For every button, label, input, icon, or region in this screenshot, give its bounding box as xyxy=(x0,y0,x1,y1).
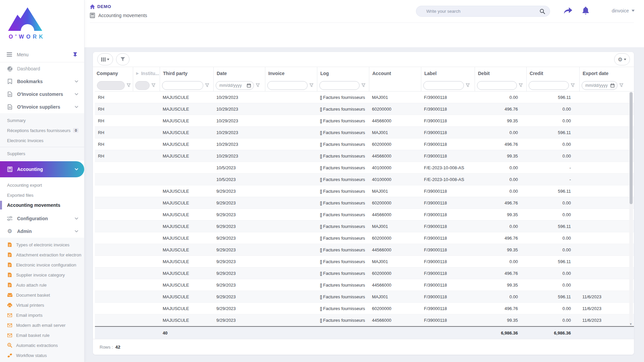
funnel-icon[interactable] xyxy=(127,83,130,87)
column-header-institu[interactable]: ▶Institu... xyxy=(133,67,160,79)
sidebar-item-auto-attach-rule[interactable]: Auto attach rule xyxy=(0,280,84,290)
column-header-debit[interactable]: Debit xyxy=(475,67,526,79)
sidebar-item-r-ceptions-factures-fournisseurs[interactable]: Réceptions factures fournisseurs0 xyxy=(0,125,84,135)
table-row[interactable]: MAJUSCULE9/29/2023[]Factures fournisseur… xyxy=(95,279,634,291)
filter-button[interactable] xyxy=(116,53,129,65)
sidebar-item-accounting-movements[interactable]: Accounting movements xyxy=(0,200,84,210)
table-row[interactable]: MAJUSCULE9/29/2023[]Factures fournisseur… xyxy=(95,232,634,244)
vertical-scrollbar[interactable]: ▼ xyxy=(629,92,633,326)
funnel-icon[interactable] xyxy=(362,83,365,87)
grid-settings-button[interactable]: ⚙ xyxy=(614,53,630,65)
calendar-icon[interactable] xyxy=(247,83,251,87)
funnel-icon[interactable] xyxy=(256,83,260,87)
sidebar-item-types-of-electronic-invoices[interactable]: Types of electronic invoices xyxy=(0,240,84,250)
sidebar-item-dashboard[interactable]: Dashboard xyxy=(0,62,84,75)
column-header-export-date[interactable]: Export date xyxy=(579,67,630,79)
chevron-down-icon xyxy=(75,218,78,220)
column-header-account[interactable]: Account xyxy=(369,67,421,79)
cell-log: []Factures fournisseurs xyxy=(317,318,369,323)
pin-icon[interactable] xyxy=(73,52,77,57)
filter-input-credit[interactable] xyxy=(529,81,569,90)
sidebar-item-workflow-status[interactable]: Workflow status xyxy=(0,350,84,360)
filter-input-third-party[interactable] xyxy=(162,81,203,90)
sidebar-item-suppliers[interactable]: Suppliers xyxy=(0,148,84,159)
sidebar-item-attachment-extraction-for-electron[interactable]: Attachment extraction for electron xyxy=(0,250,84,260)
table-row[interactable]: MAJUSCULE9/29/2023[]Factures fournisseur… xyxy=(95,256,634,267)
sidebar-menu-toggle[interactable]: Menu xyxy=(0,47,84,62)
sidebar-item-admin[interactable]: ⚙Admin xyxy=(0,225,84,238)
column-header-log[interactable]: Log xyxy=(317,67,369,79)
sidebar-item-accounting[interactable]: Accounting xyxy=(0,161,84,177)
filter-input-log[interactable] xyxy=(319,81,360,90)
table-row[interactable]: MAJUSCULE9/29/2023[]Factures fournisseur… xyxy=(95,221,634,232)
table-row[interactable]: RHMAJUSCULE10/29/2023[]Factures fourniss… xyxy=(95,150,634,162)
funnel-icon[interactable] xyxy=(152,83,155,87)
table-row[interactable]: MAJUSCULE9/29/2023[]Factures fournisseur… xyxy=(95,185,634,197)
sidebar-item-o-invoice-customers[interactable]: O'Invoice customers xyxy=(0,88,84,101)
brand-logo[interactable]: O'WORK xyxy=(0,0,84,47)
notifications-bell-icon[interactable] xyxy=(582,7,589,15)
sidebar-item-summary[interactable]: Summary xyxy=(0,115,84,125)
filter-date-date[interactable]: mm/dd/yyyy xyxy=(216,81,254,90)
sidebar-item-automatic-extractions[interactable]: Automatic extractions xyxy=(0,340,84,350)
funnel-icon[interactable] xyxy=(571,83,575,87)
sidebar-item-electronic-invoice-configuration[interactable]: Electronic invoice configuration xyxy=(0,260,84,270)
table-row[interactable]: MAJUSCULE9/29/2023[]Factures fournisseur… xyxy=(95,314,634,326)
column-header-credit[interactable]: Credit xyxy=(526,67,579,79)
filter-date-export-date[interactable]: mm/dd/yyyy xyxy=(582,81,618,90)
filter-input-debit[interactable] xyxy=(477,81,517,90)
table-row[interactable]: RHMAJUSCULE10/29/2023[]Factures fourniss… xyxy=(95,103,634,115)
table-row[interactable]: MAJUSCULE9/29/2023[]Factures fournisseur… xyxy=(95,267,634,279)
table-row[interactable]: MAJUSCULE9/29/2023[]Factures fournisseur… xyxy=(95,244,634,256)
table-row[interactable]: 10/5/2023[]Factures fournisseurs40100000… xyxy=(95,162,634,174)
table-row[interactable]: RHMAJUSCULE10/29/2023[]Factures fourniss… xyxy=(95,115,634,127)
sidebar-item-o-invoice-suppliers[interactable]: O'Invoice suppliers xyxy=(0,101,84,113)
columns-button[interactable] xyxy=(97,53,113,65)
filter-input-label[interactable] xyxy=(423,81,464,90)
funnel-icon[interactable] xyxy=(205,83,209,87)
sidebar-submenu: Types of electronic invoicesAttachment e… xyxy=(0,238,84,362)
sidebar-item-email-basket-rule[interactable]: Email basket rule xyxy=(0,330,84,340)
table-row[interactable]: RHMAJUSCULE10/29/2023[]Factures fourniss… xyxy=(95,92,634,103)
sidebar-item-document-basket[interactable]: Document basket xyxy=(0,290,84,300)
column-header-date[interactable]: Date xyxy=(213,67,265,79)
column-header-company[interactable]: Company xyxy=(95,67,133,79)
column-group-expand-icon[interactable]: ▶ xyxy=(136,71,139,75)
search-input[interactable] xyxy=(426,9,540,14)
sidebar-item-modern-auth-email-server[interactable]: Modern auth email server xyxy=(0,320,84,330)
sidebar-item-supplier-invoice-category[interactable]: Supplier invoice category xyxy=(0,270,84,280)
sidebar-item-electronic-invoices[interactable]: Electronic Invoices xyxy=(0,135,84,145)
scroll-down-icon[interactable]: ▼ xyxy=(629,323,632,326)
sidebar-item-accounting-export[interactable]: Accounting export xyxy=(0,180,84,190)
table-row[interactable]: RHMAJUSCULE10/29/2023[]Factures fourniss… xyxy=(95,138,634,150)
share-icon[interactable] xyxy=(564,7,573,15)
table-row[interactable]: 10/5/2023[]Factures fournisseurs40100000… xyxy=(95,174,634,185)
sidebar-item-email-imports[interactable]: Email imports xyxy=(0,310,84,320)
sidebar-item-bookmarks[interactable]: Bookmarks xyxy=(0,75,84,88)
column-header-invoice[interactable]: Invoice xyxy=(265,67,317,79)
funnel-icon[interactable] xyxy=(310,83,313,87)
search-icon[interactable] xyxy=(540,9,545,14)
column-header-third-party[interactable]: Third party xyxy=(160,67,213,79)
funnel-icon[interactable] xyxy=(620,83,623,87)
table-row[interactable]: MAJUSCULE9/29/2023[]Factures fournisseur… xyxy=(95,197,634,209)
sidebar-item-exported-files[interactable]: Exported files xyxy=(0,190,84,200)
table-row[interactable]: MAJUSCULE9/29/2023[]Factures fournisseur… xyxy=(95,291,634,303)
column-header-label[interactable]: Label xyxy=(421,67,475,79)
funnel-icon[interactable] xyxy=(519,83,523,87)
filter-input-invoice[interactable] xyxy=(267,81,308,90)
calendar-icon[interactable] xyxy=(610,83,614,87)
sidebar-item-configuration[interactable]: Configuration xyxy=(0,212,84,225)
cell-date: 10/5/2023 xyxy=(213,177,265,182)
table-row[interactable]: MAJUSCULE9/29/2023[]Factures fournisseur… xyxy=(95,209,634,221)
sidebar-item-virtual-printers[interactable]: Virtual printers xyxy=(0,300,84,310)
funnel-icon[interactable] xyxy=(466,83,470,87)
chevron-down-icon xyxy=(75,106,78,108)
scrollbar-thumb[interactable] xyxy=(630,92,633,204)
page-title: Accounting movements xyxy=(90,13,147,18)
table-row[interactable]: MAJUSCULE9/29/2023[]Factures fournisseur… xyxy=(95,303,634,314)
hamburger-icon[interactable] xyxy=(7,52,12,57)
table-row[interactable]: RHMAJUSCULE10/29/2023[]Factures fourniss… xyxy=(95,127,634,138)
breadcrumb-home[interactable]: DEMO xyxy=(90,4,111,9)
user-menu[interactable]: dinvoice xyxy=(612,8,635,13)
